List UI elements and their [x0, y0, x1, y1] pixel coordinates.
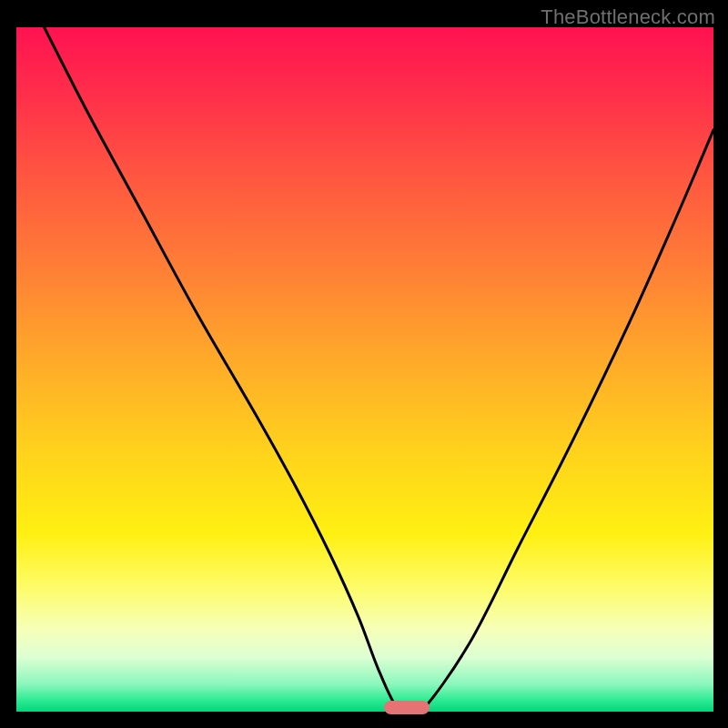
plot-area — [16, 27, 713, 712]
bottleneck-curve — [16, 27, 713, 712]
chart-frame: TheBottleneck.com — [0, 0, 728, 728]
curve-path — [45, 27, 713, 712]
minimum-marker — [384, 701, 430, 714]
watermark-text: TheBottleneck.com — [541, 5, 715, 29]
